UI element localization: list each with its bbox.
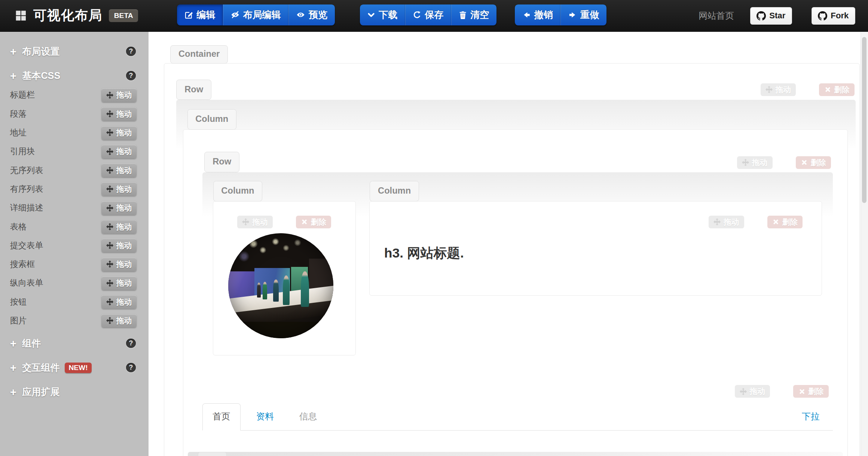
vertical-scrollbar[interactable] [861,31,868,456]
tab-profile[interactable]: 资料 [246,403,284,430]
delete-button[interactable]: 删除 [793,385,829,398]
drag-button[interactable]: 拖动 [709,216,744,228]
help-icon[interactable]: ? [126,363,135,372]
drag-button[interactable]: 拖动 [101,163,137,177]
drag-button[interactable]: 拖动 [737,156,773,169]
brand: 可视化布局 BETA [15,0,138,31]
move-icon [106,148,113,155]
column-tab[interactable]: Column [213,181,262,201]
column-block-outer: Column Row 拖动 删除 Column 拖动 删除 [183,129,848,456]
plus-icon: + [10,45,22,58]
tab-home[interactable]: 首页 [202,403,241,431]
sidebar-section-components[interactable]: + 组件 ? [0,333,149,353]
site-home-link[interactable]: 网站首页 [699,0,734,31]
move-icon [106,110,113,117]
x-icon [772,218,779,225]
drag-button[interactable]: 拖动 [101,88,137,102]
drag-button[interactable]: 拖动 [761,83,796,96]
move-icon [742,159,749,166]
page-heading: h3. 网站标题. [384,244,464,262]
drag-button[interactable]: 拖动 [101,182,137,196]
github-fork-button[interactable]: Fork [812,7,855,24]
column-tab[interactable]: Column [187,109,236,130]
new-badge: NEW! [65,363,92,373]
scrollbar-thumb[interactable] [862,37,867,203]
row-block-outer: Row 拖动 删除 Column Row 拖动 删除 Column [176,100,855,456]
delete-label: 删除 [782,217,798,227]
move-icon [106,185,113,192]
plus-icon: + [10,361,22,374]
drag-label: 拖动 [724,217,739,227]
drag-label: 拖动 [116,146,132,157]
help-icon[interactable]: ? [126,71,135,80]
github-star-button[interactable]: Star [750,7,792,24]
save-button-label: 保存 [425,9,443,21]
column-tab[interactable]: Column [370,181,419,201]
x-icon [824,86,831,93]
sidebar-section-interactive-components[interactable]: + 交互组件 NEW! ? [0,358,149,378]
nav-tabs: 首页 资料 信息 下拉 [202,403,833,431]
drag-label: 拖动 [775,84,791,95]
drag-label: 拖动 [116,240,132,251]
drag-button[interactable]: 拖动 [237,216,273,228]
history-button-group: 撤销 重做 [515,4,606,25]
download-button[interactable]: 下载 [360,4,405,25]
row-tab[interactable]: Row [204,152,239,172]
move-icon [106,317,113,324]
drag-button[interactable]: 拖动 [101,238,137,252]
section-label: 基本CSS [22,70,60,82]
row-tab[interactable]: Row [176,80,211,100]
help-icon[interactable]: ? [126,339,135,348]
drag-button[interactable]: 拖动 [101,314,137,328]
container-tab[interactable]: Container [170,45,228,64]
sidebar-item-search-box: 搜索框 拖动 [0,255,149,274]
drag-button[interactable]: 拖动 [101,258,137,271]
layout-edit-button[interactable]: 布局编辑 [223,4,288,25]
item-label: 图片 [10,315,27,326]
drag-button[interactable]: 拖动 [101,201,137,215]
save-button[interactable]: 保存 [405,4,451,25]
drag-label: 拖动 [116,184,132,194]
item-label: 按钮 [10,296,27,308]
item-label: 提交表单 [10,240,43,251]
row-block-inner: Row 拖动 删除 Column 拖动 删除 [202,172,833,367]
edit-button-label: 编辑 [196,9,215,21]
edit-button[interactable]: 编辑 [177,4,223,25]
undo-button[interactable]: 撤销 [515,4,560,25]
delete-button[interactable]: 删除 [819,83,855,96]
sidebar-item-blockquote: 引用块 拖动 [0,142,149,161]
help-icon[interactable]: ? [126,47,135,56]
drag-label: 拖动 [116,222,132,232]
drag-button[interactable]: 拖动 [735,385,770,398]
item-label: 搜索框 [10,259,35,270]
drag-label: 拖动 [752,157,767,168]
drag-button[interactable]: 拖动 [101,145,137,158]
item-label: 无序列表 [10,165,43,176]
delete-button[interactable]: 删除 [796,156,831,169]
preview-button[interactable]: 预览 [288,4,335,25]
redo-button-label: 重做 [580,9,599,21]
delete-button[interactable]: 删除 [296,216,331,228]
plus-icon: + [10,386,22,398]
sidebar-section-app-extensions[interactable]: + 应用扩展 [0,382,149,402]
sidebar-section-basic-css[interactable]: + 基本CSS ? [0,66,149,86]
layout-edit-icon [230,10,240,19]
drag-button[interactable]: 拖动 [101,220,137,234]
redo-button[interactable]: 重做 [560,4,606,25]
dropdown-link[interactable]: 下拉 [802,403,819,430]
clear-button[interactable]: 清空 [451,4,496,25]
row-hover-buttons: 拖动 删除 [761,83,855,96]
delete-button[interactable]: 删除 [767,216,803,228]
move-icon [106,261,113,268]
section-label: 布局设置 [22,45,60,58]
edit-icon [184,10,193,19]
tab-info[interactable]: 信息 [289,403,327,430]
drag-label: 拖动 [116,203,132,213]
sidebar-section-layout-settings[interactable]: + 布局设置 ? [0,41,149,61]
drag-button[interactable]: 拖动 [101,295,137,309]
drag-button[interactable]: 拖动 [101,126,137,140]
drag-button[interactable]: 拖动 [101,276,137,290]
drag-button[interactable]: 拖动 [101,107,137,121]
item-label: 段落 [10,108,27,120]
section-label: 交互组件 [22,361,60,374]
